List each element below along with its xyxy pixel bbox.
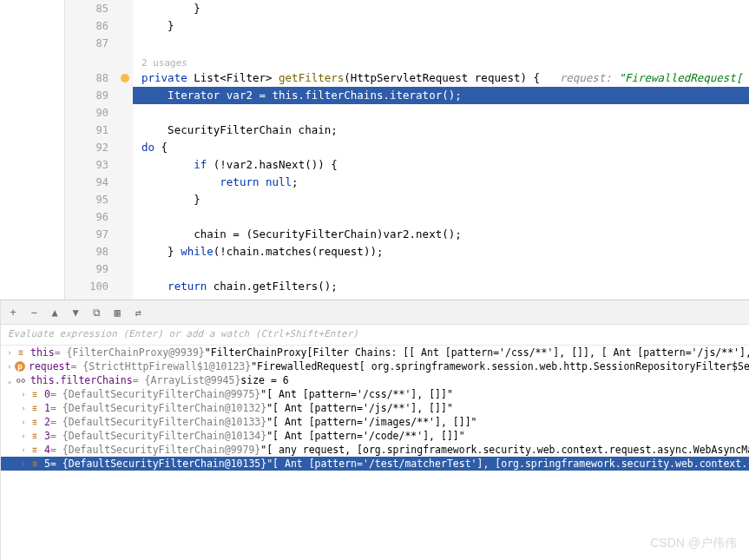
- usages-hint[interactable]: 2 usages: [133, 52, 749, 69]
- code-line[interactable]: }: [133, 17, 749, 35]
- line-number[interactable]: 88: [65, 69, 108, 87]
- copy-icon[interactable]: ⧉: [89, 306, 103, 320]
- variable-value: "[ Ant [pattern='/code/**'], []]": [266, 430, 464, 442]
- expand-arrow-icon[interactable]: ⌄: [4, 376, 15, 385]
- code-line[interactable]: [133, 208, 749, 226]
- expand-arrow-icon[interactable]: ›: [18, 404, 29, 412]
- code-line[interactable]: chain = (SecurityFilterChain)var2.next()…: [133, 226, 749, 243]
- line-number-gutter[interactable]: 858687888990919293949596979899100: [65, 0, 117, 300]
- variable-row[interactable]: ›prequest = {StrictHttpFirewall$1@10123}…: [1, 359, 749, 373]
- line-number[interactable]: 92: [65, 139, 108, 156]
- variable-type: = {DefaultSecurityFilterChain@10132}: [50, 402, 266, 414]
- variable-value: "FilterChainProxy[Filter Chains: [[ Ant …: [205, 346, 749, 359]
- variable-name: 4: [44, 444, 50, 456]
- watermark: CSDN @户伟伟: [650, 536, 737, 551]
- evaluate-expression-input[interactable]: Evaluate expression (Enter) or add a wat…: [1, 325, 749, 346]
- expand-arrow-icon[interactable]: ›: [18, 432, 29, 440]
- plus-icon[interactable]: +: [6, 306, 20, 320]
- code-line[interactable]: [133, 104, 749, 122]
- variable-row[interactable]: ›≡this = {FilterChainProxy@9939} "Filter…: [1, 346, 749, 359]
- line-number[interactable]: 93: [65, 156, 108, 174]
- variable-row[interactable]: ›≡5 = {DefaultSecurityFilterChain@10135}…: [1, 457, 749, 471]
- variable-value: "[ Ant [pattern='/js/**'], []]": [266, 402, 453, 414]
- variable-row[interactable]: ⌄oothis.filterChains = {ArrayList@9945} …: [1, 373, 749, 387]
- variable-name: 3: [44, 430, 50, 442]
- line-number[interactable]: 91: [65, 122, 108, 139]
- up-icon[interactable]: ▲: [48, 306, 62, 320]
- code-line[interactable]: [133, 260, 749, 278]
- variable-name: request: [29, 360, 70, 372]
- expand-arrow-icon[interactable]: ›: [4, 362, 15, 371]
- variable-name: this: [30, 346, 55, 359]
- code-line[interactable]: do {: [133, 139, 749, 156]
- field-icon: ≡: [29, 416, 41, 428]
- settings-icon[interactable]: ⇄: [131, 306, 145, 320]
- code-line[interactable]: private List<Filter> getFilters(HttpServ…: [133, 69, 749, 87]
- line-number[interactable]: 87: [65, 35, 108, 52]
- variable-type: = {ArrayList@9945}: [133, 374, 241, 386]
- line-number[interactable]: 90: [65, 104, 108, 122]
- debugger-panel: ecuritork.surity.amewok.wecatalok.we.cor…: [0, 300, 749, 560]
- line-number[interactable]: 95: [65, 191, 108, 208]
- code-line[interactable]: return null;: [133, 174, 749, 191]
- expand-arrow-icon[interactable]: ›: [18, 459, 29, 468]
- line-number[interactable]: 94: [65, 174, 108, 191]
- code-line[interactable]: SecurityFilterChain chain;: [133, 122, 749, 139]
- variable-type: = {FilterChainProxy@9939}: [55, 346, 205, 359]
- code-editor[interactable]: } }2 usagesprivate List<Filter> getFilte…: [133, 0, 749, 300]
- variable-row[interactable]: ›≡0 = {DefaultSecurityFilterChain@9975} …: [1, 387, 749, 401]
- editor-area: 858687888990919293949596979899100 } }2 u…: [0, 0, 749, 300]
- line-number[interactable]: [65, 52, 108, 69]
- field-icon: ≡: [29, 458, 41, 470]
- variable-row[interactable]: ›≡2 = {DefaultSecurityFilterChain@10133}…: [1, 415, 749, 429]
- variable-value: "[ Ant [pattern='/images/**'], []]": [266, 416, 476, 428]
- minus-icon[interactable]: −: [27, 306, 41, 320]
- line-number[interactable]: 98: [65, 243, 108, 260]
- marker-column[interactable]: [117, 0, 133, 300]
- debugger-toolbar: + − ▲ ▼ ⧉ ▦ ⇄: [1, 300, 749, 325]
- code-line[interactable]: } while(!chain.matches(request));: [133, 243, 749, 260]
- variable-value: "[ Ant [pattern='/test/matcherTest'], [o…: [266, 458, 749, 470]
- line-number[interactable]: 86: [65, 17, 108, 35]
- expand-arrow-icon[interactable]: ›: [18, 445, 29, 454]
- field-icon: ≡: [29, 388, 41, 400]
- line-number[interactable]: 85: [65, 0, 108, 17]
- variable-name: 1: [44, 402, 50, 414]
- variable-type: = {DefaultSecurityFilterChain@9979}: [50, 444, 260, 456]
- line-number[interactable]: 99: [65, 260, 108, 278]
- expand-arrow-icon[interactable]: ›: [4, 348, 15, 357]
- code-line[interactable]: [133, 35, 749, 52]
- code-line[interactable]: }: [133, 191, 749, 208]
- code-line[interactable]: }: [133, 0, 749, 17]
- variable-name: 2: [44, 416, 50, 428]
- variable-row[interactable]: ›≡1 = {DefaultSecurityFilterChain@10132}…: [1, 401, 749, 415]
- variable-value: "FirewalledRequest[ org.springframework.…: [251, 360, 749, 372]
- table-icon[interactable]: ▦: [110, 306, 124, 320]
- code-line[interactable]: if (!var2.hasNext()) {: [133, 156, 749, 174]
- field-icon: ≡: [29, 430, 41, 442]
- line-number[interactable]: 96: [65, 208, 108, 226]
- watch-icon: oo: [15, 374, 27, 386]
- code-line[interactable]: Iterator var2 = this.filterChains.iterat…: [133, 87, 749, 104]
- expand-arrow-icon[interactable]: ›: [18, 418, 29, 426]
- variable-name: 5: [44, 458, 50, 470]
- line-number[interactable]: 100: [65, 278, 108, 295]
- field-icon: ≡: [15, 346, 27, 359]
- breakpoint-icon[interactable]: [121, 74, 129, 82]
- variable-type: = {DefaultSecurityFilterChain@10135}: [50, 458, 266, 470]
- variable-type: = {StrictHttpFirewall$1@10123}: [70, 360, 251, 372]
- variables-panel: + − ▲ ▼ ⧉ ▦ ⇄ Evaluate expression (Enter…: [1, 300, 749, 560]
- variable-name: this.filterChains: [30, 374, 133, 386]
- variable-value: size = 6: [240, 374, 288, 386]
- variable-row[interactable]: ›≡4 = {DefaultSecurityFilterChain@9979} …: [1, 443, 749, 457]
- expand-arrow-icon[interactable]: ›: [18, 390, 29, 399]
- field-icon: ≡: [29, 444, 41, 456]
- variables-tree[interactable]: ›≡this = {FilterChainProxy@9939} "Filter…: [1, 346, 749, 560]
- variable-row[interactable]: ›≡3 = {DefaultSecurityFilterChain@10134}…: [1, 429, 749, 443]
- down-icon[interactable]: ▼: [69, 306, 82, 320]
- code-line[interactable]: return chain.getFilters();: [133, 278, 749, 295]
- field-icon: ≡: [29, 402, 41, 414]
- param-icon: p: [15, 361, 25, 372]
- line-number[interactable]: 89: [65, 87, 108, 104]
- line-number[interactable]: 97: [65, 226, 108, 243]
